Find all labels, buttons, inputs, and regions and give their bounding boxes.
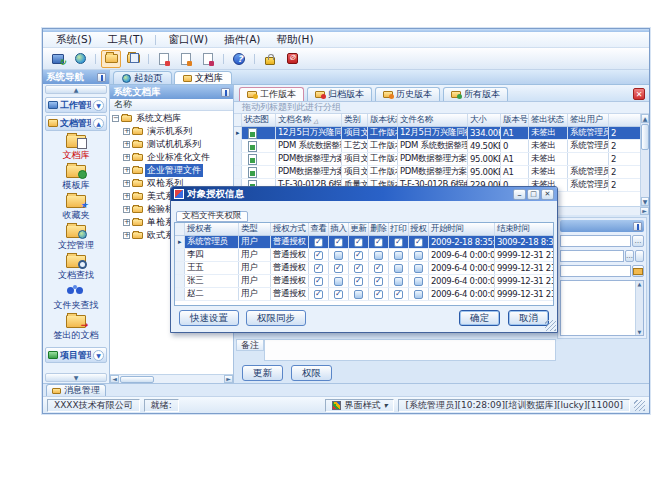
tree-root[interactable]: 系统文档库: [110, 112, 233, 125]
checkbox-checked[interactable]: [374, 290, 383, 299]
dialog-button-权限同步[interactable]: 权限同步: [246, 310, 306, 326]
properties-textarea[interactable]: ▲▼: [560, 280, 644, 336]
column-header-2[interactable]: 类别: [342, 114, 368, 126]
dialog-button-快速设置[interactable]: 快速设置: [179, 310, 239, 326]
checkbox-checked[interactable]: [354, 277, 363, 286]
table-vertical-scrollbar[interactable]: [640, 114, 649, 206]
dialog-resize-grip[interactable]: [545, 320, 556, 331]
checkbox-unchecked[interactable]: [394, 251, 403, 260]
permission-row[interactable]: 张三用户普通授权2009-6-4 0:00:009999-12-31 23:59…: [175, 275, 553, 288]
menu-item-3[interactable]: 插件(A): [217, 32, 267, 48]
close-button[interactable]: [541, 189, 554, 200]
expand-icon[interactable]: [123, 180, 130, 187]
group-by-bar[interactable]: 拖动列标题到此进行分组: [234, 102, 649, 114]
browse-folder-button[interactable]: [632, 265, 644, 277]
sidebar-item-1[interactable]: 模板库: [43, 163, 109, 193]
column-header-0[interactable]: 状态图: [242, 114, 276, 126]
menu-item-1[interactable]: 工具(T): [101, 32, 151, 48]
checkbox-checked[interactable]: [314, 277, 323, 286]
scrollbar-thumb[interactable]: [641, 124, 649, 150]
sidebar-item-0[interactable]: 文档库: [43, 133, 109, 163]
tree-horizontal-scrollbar[interactable]: [110, 374, 233, 383]
expand-icon[interactable]: [123, 232, 130, 239]
checkbox-checked[interactable]: [374, 264, 383, 273]
perm-column-header-3[interactable]: 查看: [309, 223, 329, 235]
chevron-up-icon[interactable]: [93, 118, 104, 129]
checkbox-unchecked[interactable]: [414, 264, 423, 273]
tab-doc-1[interactable]: 文档库: [174, 71, 233, 84]
sync-computer-button[interactable]: [48, 50, 68, 68]
ok-button[interactable]: 确定: [459, 310, 500, 326]
column-header-6[interactable]: 版本号: [501, 114, 529, 126]
menu-item-0[interactable]: 系统(S): [49, 32, 99, 48]
column-header-5[interactable]: 大小: [468, 114, 501, 126]
action-button-1[interactable]: 权限: [291, 365, 332, 381]
action-button-0[interactable]: 更新: [242, 365, 283, 381]
tree-node-2[interactable]: 企业标准化文件: [110, 151, 233, 164]
checkbox-checked[interactable]: [354, 238, 363, 247]
collapse-icon[interactable]: [112, 115, 119, 122]
dialog-titlebar[interactable]: 对象授权信息: [171, 187, 557, 201]
checkbox-checked[interactable]: [374, 277, 383, 286]
checkbox-checked[interactable]: [334, 238, 343, 247]
expand-icon[interactable]: [123, 219, 130, 226]
checkbox-checked[interactable]: [354, 251, 363, 260]
column-header-extra[interactable]: [609, 114, 640, 126]
checkbox-unchecked[interactable]: [394, 277, 403, 286]
property-input[interactable]: [560, 265, 631, 277]
expand-icon[interactable]: [123, 193, 130, 200]
clear-button[interactable]: [635, 250, 644, 262]
column-header-1[interactable]: 文档名称: [276, 114, 342, 126]
sidebar-item-3[interactable]: 文控管理: [43, 223, 109, 253]
checkbox-checked[interactable]: [374, 238, 383, 247]
tab-version-0[interactable]: 工作版本: [239, 87, 304, 101]
column-header-3[interactable]: 版本状态: [368, 114, 398, 126]
remark-tab[interactable]: 备注: [236, 339, 264, 351]
permission-row[interactable]: 系统管理员用户普通授权2009-2-18 8:35:573009-2-18 8:…: [175, 236, 553, 249]
help-button[interactable]: [229, 50, 249, 68]
checkbox-checked[interactable]: [314, 238, 323, 247]
cancel-button[interactable]: 取消: [508, 310, 549, 326]
pin-icon[interactable]: [633, 222, 642, 231]
perm-column-header-0[interactable]: 授权者: [185, 223, 239, 235]
perm-column-header-6[interactable]: 删除: [369, 223, 389, 235]
perm-column-header-5[interactable]: 更新: [349, 223, 369, 235]
folder-copy-button[interactable]: [123, 50, 143, 68]
ui-style-selector[interactable]: 界面样式: [325, 399, 394, 412]
sidebar-item-2[interactable]: 收藏夹: [43, 193, 109, 223]
logout-button[interactable]: [282, 50, 302, 68]
chevron-down-icon[interactable]: [93, 100, 104, 111]
scroll-up-button[interactable]: [641, 114, 649, 123]
tab-folder-permissions[interactable]: 文档文件夹权限: [176, 211, 248, 222]
globe-button[interactable]: [70, 50, 90, 68]
menu-item-4[interactable]: 帮助(H): [269, 32, 320, 48]
close-icon[interactable]: [633, 88, 645, 100]
scroll-down-button[interactable]: [641, 197, 649, 206]
sidebar-item-5[interactable]: 文件夹查找: [43, 283, 109, 313]
ellipsis-button[interactable]: [625, 250, 634, 262]
checkbox-checked[interactable]: [314, 251, 323, 260]
tab-doc-0[interactable]: 起始页: [113, 71, 172, 84]
checkbox-checked[interactable]: [414, 238, 423, 247]
scroll-right-button[interactable]: [640, 207, 649, 215]
checkbox-checked[interactable]: [394, 238, 403, 247]
table-row[interactable]: PDM数据整理方案2.doc项目文档工作版本PDM数据整理方案2.doc95.0…: [234, 166, 640, 179]
expand-icon[interactable]: [123, 128, 130, 135]
checkbox-checked[interactable]: [314, 290, 323, 299]
permission-row[interactable]: 赵二用户普通授权2009-6-4 0:00:009999-12-31 23:59…: [175, 288, 553, 301]
table-row[interactable]: PDM数据整理方案.doc项目文档工作版本PDM数据整理方案.doc95.00K…: [234, 153, 640, 166]
checkbox-unchecked[interactable]: [374, 251, 383, 260]
tab-version-3[interactable]: 所有版本: [443, 87, 508, 101]
resize-grip[interactable]: [634, 400, 645, 411]
tab-message-management[interactable]: 消息管理: [46, 384, 106, 396]
textarea-scrollbar[interactable]: ▲▼: [635, 281, 643, 335]
open-folder-button[interactable]: [101, 50, 121, 68]
checkbox-checked[interactable]: [334, 290, 343, 299]
perm-column-header-9[interactable]: 开始时间: [429, 223, 495, 235]
tree-column-header[interactable]: 名称: [110, 99, 233, 111]
expand-icon[interactable]: [123, 154, 130, 161]
mail-doc-button[interactable]: [198, 50, 218, 68]
maximize-button[interactable]: [527, 189, 540, 200]
checkbox-checked[interactable]: [394, 290, 403, 299]
ellipsis-button[interactable]: [632, 235, 644, 247]
